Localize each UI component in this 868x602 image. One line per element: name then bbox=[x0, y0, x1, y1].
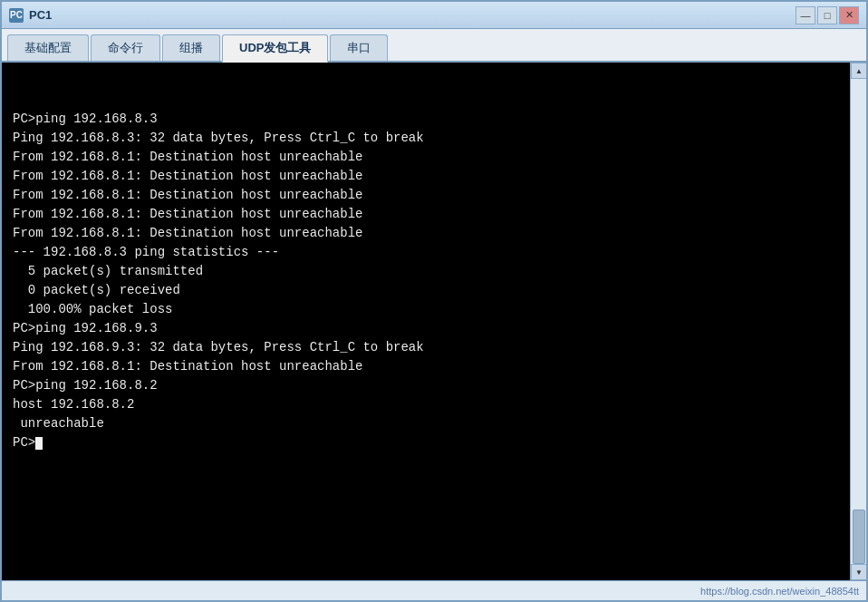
terminal-line: PC>ping 192.168.8.3 bbox=[13, 110, 839, 129]
terminal-line: PC> bbox=[13, 433, 839, 452]
terminal-line: Ping 192.168.8.3: 32 data bytes, Press C… bbox=[13, 129, 839, 148]
terminal-line: PC>ping 192.168.8.2 bbox=[13, 376, 839, 395]
tab-udp[interactable]: UDP发包工具 bbox=[222, 34, 328, 63]
terminal-line: 100.00% packet loss bbox=[13, 300, 839, 319]
terminal-line: From 192.168.8.1: Destination host unrea… bbox=[13, 357, 839, 376]
close-button[interactable]: ✕ bbox=[839, 6, 859, 24]
terminal-line: From 192.168.8.1: Destination host unrea… bbox=[13, 205, 839, 224]
title-bar-left: PC PC1 bbox=[9, 8, 52, 23]
terminal-line: From 192.168.8.1: Destination host unrea… bbox=[13, 167, 839, 186]
status-bar: https://blog.csdn.net/weixin_48854tt bbox=[2, 580, 866, 600]
terminal-line: From 192.168.8.1: Destination host unrea… bbox=[13, 224, 839, 243]
maximize-button[interactable]: □ bbox=[817, 6, 837, 24]
scroll-down-button[interactable]: ▼ bbox=[851, 564, 866, 580]
status-text: https://blog.csdn.net/weixin_48854tt bbox=[700, 586, 859, 597]
scroll-thumb[interactable] bbox=[853, 510, 865, 564]
tabs-bar: 基础配置命令行组播UDP发包工具串口 bbox=[2, 29, 866, 63]
scrollbar: ▲ ▼ bbox=[850, 63, 866, 580]
main-window: PC PC1 — □ ✕ 基础配置命令行组播UDP发包工具串口 PC>ping … bbox=[0, 0, 868, 602]
terminal-line: PC>ping 192.168.9.3 bbox=[13, 319, 839, 338]
terminal-line: --- 192.168.8.3 ping statistics --- bbox=[13, 243, 839, 262]
scroll-up-button[interactable]: ▲ bbox=[851, 63, 866, 79]
title-bar: PC PC1 — □ ✕ bbox=[2, 2, 866, 29]
tab-basic[interactable]: 基础配置 bbox=[7, 34, 89, 61]
tab-multicast[interactable]: 组播 bbox=[162, 34, 220, 61]
terminal-line: From 192.168.8.1: Destination host unrea… bbox=[13, 148, 839, 167]
window-title: PC1 bbox=[29, 8, 52, 22]
scroll-track[interactable] bbox=[851, 79, 866, 564]
terminal-line: 0 packet(s) received bbox=[13, 281, 839, 300]
terminal-line: host 192.168.8.2 bbox=[13, 395, 839, 414]
tab-serial[interactable]: 串口 bbox=[330, 34, 388, 61]
terminal-line: Ping 192.168.9.3: 32 data bytes, Press C… bbox=[13, 338, 839, 357]
terminal-output[interactable]: PC>ping 192.168.8.3Ping 192.168.8.3: 32 … bbox=[2, 63, 850, 580]
terminal-line: unreachable bbox=[13, 414, 839, 433]
terminal-line: 5 packet(s) transmitted bbox=[13, 262, 839, 281]
window-icon: PC bbox=[9, 8, 24, 23]
minimize-button[interactable]: — bbox=[796, 6, 815, 24]
terminal-cursor bbox=[35, 437, 43, 450]
title-controls: — □ ✕ bbox=[796, 6, 859, 24]
terminal-line: From 192.168.8.1: Destination host unrea… bbox=[13, 186, 839, 205]
tab-cmd[interactable]: 命令行 bbox=[91, 34, 160, 61]
content-area: PC>ping 192.168.8.3Ping 192.168.8.3: 32 … bbox=[2, 63, 866, 580]
